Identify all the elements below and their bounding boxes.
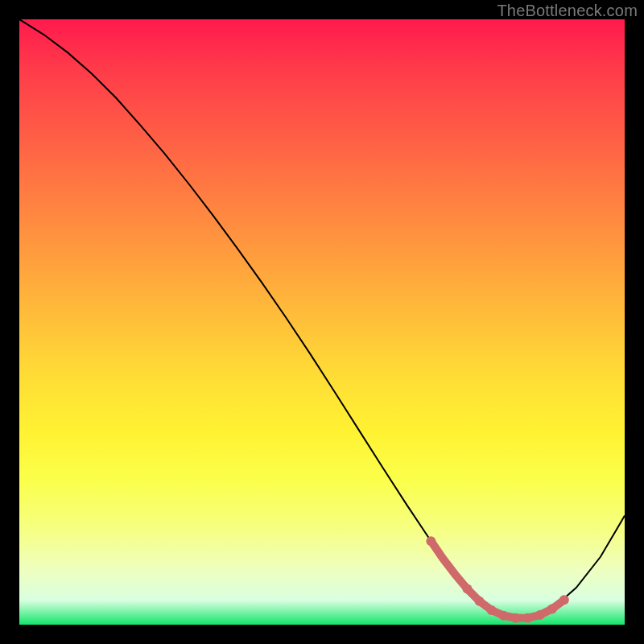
highlight-dot [487,605,497,615]
plot-area [19,19,625,625]
highlight-dot [559,595,569,605]
highlight-dot [511,613,521,623]
highlight-dot [547,604,557,613]
highlight-dot [523,613,533,623]
curve-svg [19,19,625,625]
chart-frame: TheBottleneck.com [0,0,644,644]
highlight-dot [535,610,545,620]
highlight-dot [426,536,436,546]
highlight-dot [499,611,509,621]
highlight-segment-path [431,541,564,618]
highlight-dot [463,584,473,594]
bottleneck-curve-path [19,19,625,618]
highlight-dot [475,597,485,606]
watermark-label: TheBottleneck.com [497,2,638,20]
